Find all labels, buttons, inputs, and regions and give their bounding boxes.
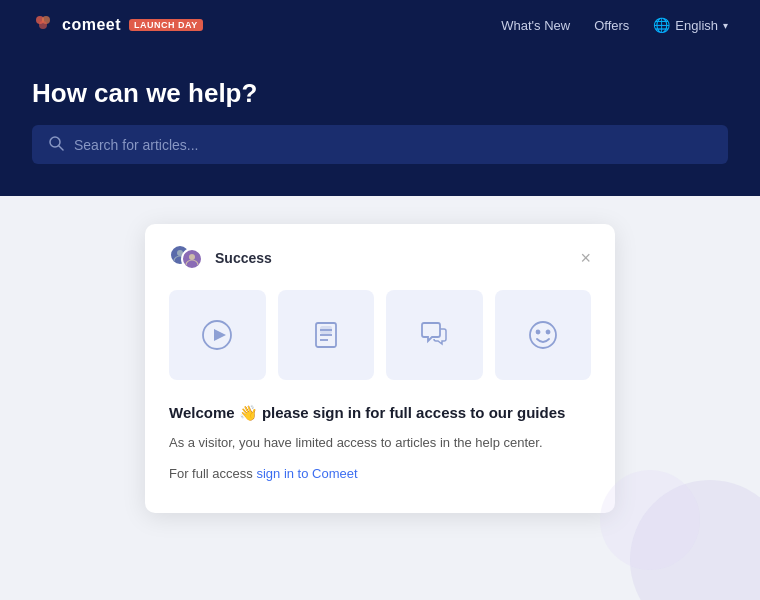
- card-title: Success: [215, 250, 272, 266]
- avatar-2: [181, 248, 203, 270]
- nav-link-offers[interactable]: Offers: [594, 18, 629, 33]
- logo-badge: launch day: [129, 19, 203, 31]
- play-icon: [199, 317, 235, 353]
- card-header: Success ×: [169, 244, 591, 272]
- success-card: Success ×: [145, 224, 615, 513]
- card-cta-prefix: For full access: [169, 466, 256, 481]
- play-icon-card: [169, 290, 266, 380]
- card-header-left: Success: [169, 244, 272, 272]
- hero-section: How can we help?: [0, 50, 760, 196]
- svg-point-15: [536, 331, 539, 334]
- nav-link-whats-new[interactable]: What's New: [501, 18, 570, 33]
- svg-point-2: [39, 21, 47, 29]
- chat-icon-card: [386, 290, 483, 380]
- avatar-group: [169, 244, 205, 272]
- search-input[interactable]: [74, 137, 712, 153]
- card-desc-text: As a visitor, you have limited access to…: [169, 433, 591, 454]
- chat-icon: [416, 317, 452, 353]
- svg-point-6: [189, 254, 195, 260]
- logo-text: comeet: [62, 16, 121, 34]
- svg-rect-13: [321, 327, 331, 333]
- main-content: Success ×: [0, 196, 760, 541]
- svg-marker-8: [214, 329, 226, 341]
- card-body: Welcome 👋 please sign in for full access…: [169, 402, 591, 485]
- card-welcome-text: Welcome 👋 please sign in for full access…: [169, 402, 591, 423]
- navbar-links: What's New Offers 🌐 English ▾: [501, 17, 728, 33]
- close-button[interactable]: ×: [580, 249, 591, 267]
- icon-grid: [169, 290, 591, 380]
- hero-title: How can we help?: [32, 78, 728, 109]
- sign-in-link[interactable]: sign in to Comeet: [256, 466, 357, 481]
- card-cta: For full access sign in to Comeet: [169, 464, 591, 485]
- language-selector[interactable]: 🌐 English ▾: [653, 17, 728, 33]
- svg-point-14: [530, 322, 556, 348]
- search-icon: [48, 135, 64, 154]
- smiley-icon: [525, 317, 561, 353]
- language-label: English: [675, 18, 718, 33]
- navbar: comeet launch day What's New Offers 🌐 En…: [0, 0, 760, 50]
- smiley-icon-card: [495, 290, 592, 380]
- search-bar: [32, 125, 728, 164]
- chevron-down-icon: ▾: [723, 20, 728, 31]
- document-icon-card: [278, 290, 375, 380]
- logo-icon: [32, 12, 54, 39]
- svg-line-4: [59, 146, 63, 150]
- logo: comeet launch day: [32, 12, 203, 39]
- document-icon: [308, 317, 344, 353]
- svg-point-16: [546, 331, 549, 334]
- globe-icon: 🌐: [653, 17, 670, 33]
